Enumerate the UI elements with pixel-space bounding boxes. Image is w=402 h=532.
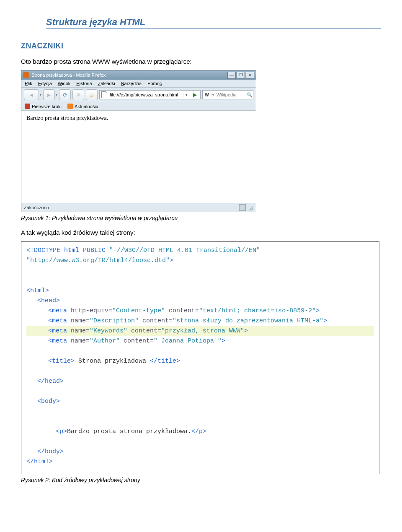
code-token: <body> (37, 398, 60, 405)
figure-1-caption: Rysunek 1: Przykładowa strona wyświetlon… (21, 215, 381, 221)
code-token: "Description" (90, 317, 139, 324)
window-title: Strona przykładowa - Mozilla Firefox (31, 73, 225, 78)
code-token: <head> (37, 297, 60, 304)
code-token: </head> (37, 378, 64, 385)
code-token: content= (139, 317, 173, 324)
browser-window: Strona przykładowa - Mozilla Firefox — ❐… (21, 70, 256, 212)
code-token: " Joanna Potiopa " (154, 337, 222, 345)
search-icon[interactable]: 🔍 (246, 92, 253, 98)
code-token: </title> (150, 358, 180, 365)
menu-zakladki[interactable]: Zakładki (98, 81, 115, 86)
statusbar: Zakończono (21, 203, 256, 212)
code-token: <meta (48, 327, 71, 335)
home-button[interactable]: ⌂ (86, 89, 98, 100)
bookmark-label: Aktualności (75, 104, 98, 109)
code-token: <meta (48, 317, 71, 324)
source-code-figure: <!DOCTYPE html PUBLIC "-//W3C//DTD HTML … (21, 241, 379, 474)
code-token: </body> (37, 448, 64, 455)
bookmarks-toolbar: Pierwsze kroki Aktualności (21, 102, 256, 111)
code-token: > (170, 257, 173, 264)
code-token: > (244, 327, 248, 335)
code-token: </html> (26, 458, 53, 465)
menu-narzedzia[interactable]: Narzędzia (121, 81, 142, 86)
url-input[interactable] (109, 92, 181, 98)
forward-dropdown[interactable]: ▾ (56, 93, 57, 97)
back-button[interactable]: ◄ (24, 89, 39, 100)
code-token: "Keywords" (90, 327, 127, 335)
code-token: name= (71, 317, 90, 324)
menu-plik[interactable]: Plik (25, 81, 32, 86)
code-token: "przykład, strona WWW" (161, 327, 244, 335)
go-button[interactable]: ▶ (191, 92, 198, 98)
search-engine-icon[interactable]: W (203, 93, 211, 97)
code-token: "Author" (90, 337, 120, 345)
code-token: http-equiv= (71, 307, 112, 314)
code-token: > (323, 317, 327, 324)
code-token: "http://www.w3.org/TR/html4/loose.dtd" (26, 257, 170, 264)
code-token: <html> (26, 287, 49, 294)
resize-grip[interactable] (247, 205, 253, 210)
menu-historia[interactable]: Historia (76, 81, 92, 86)
url-bar[interactable]: ▾ ▶ (99, 90, 201, 99)
search-placeholder[interactable]: Wikipedia (215, 92, 246, 97)
menubar: Plik Edycja Widok Historia Zakładki Narz… (21, 80, 256, 88)
code-token: <!DOCTYPE html PUBLIC (26, 247, 109, 254)
code-token: </p> (191, 428, 206, 435)
search-dropdown[interactable]: ▾ (212, 93, 214, 97)
code-token: content= (127, 327, 161, 335)
bookmark-label: Pierwsze kroki (32, 104, 62, 109)
code-token: Bardzo prosta strona przykładowa. (67, 428, 191, 435)
reload-button[interactable]: ⟳ (59, 89, 71, 100)
code-token: "-//W3C//DTD HTML 4.01 Transitional//EN" (109, 247, 260, 254)
code-token: > (316, 307, 320, 314)
search-box[interactable]: W ▾ Wikipedia 🔍 (202, 90, 253, 99)
code-token: <meta (48, 307, 71, 314)
intro-text: Oto bardzo prosta strona WWW wyświetlona… (21, 58, 381, 65)
titlebar: Strona przykładowa - Mozilla Firefox — ❐… (21, 70, 256, 80)
code-token: "strona służy do zaprezentowania HTML-a" (173, 317, 323, 324)
page-title: Struktura języka HTML (46, 17, 381, 29)
menu-pomoc[interactable]: Pomoc (147, 81, 162, 86)
firefox-icon (23, 72, 29, 78)
code-token: <title> (48, 358, 75, 365)
code-token: Strona przykładowa (75, 358, 150, 365)
rss-icon (67, 104, 73, 109)
page-content: Bardzo prosta strona przykładowa. (21, 111, 256, 203)
minimize-button[interactable]: — (227, 72, 236, 79)
close-button[interactable]: ✕ (246, 72, 254, 79)
code-token: <p> (56, 428, 67, 435)
code-token: name= (71, 337, 90, 345)
code-token: content= (120, 337, 154, 345)
section-heading-znaczniki: ZNACZNIKI (21, 42, 381, 50)
code-token: "text/html; charset=iso-8859-2" (199, 307, 316, 314)
code-token: > (222, 337, 225, 345)
status-text: Zakończono (24, 205, 237, 210)
code-token: <meta (48, 337, 71, 345)
bookmark-icon (25, 104, 30, 109)
maximize-button[interactable]: ❐ (237, 72, 245, 79)
mid-text: A tak wygląda kod źródłowy takiej strony… (21, 229, 381, 236)
status-icon (239, 204, 246, 211)
bookmark-aktualnosci[interactable]: Aktualności (67, 104, 98, 109)
forward-button[interactable]: ► (43, 89, 55, 100)
bookmark-pierwsze-kroki[interactable]: Pierwsze kroki (25, 104, 62, 109)
nav-toolbar: ◄ ▾ ► ▾ ⟳ ✕ ⌂ ▾ ▶ W ▾ Wikipedia 🔍 (21, 88, 256, 102)
code-token: name= (71, 327, 90, 335)
page-body-text: Bardzo prosta strona przykładowa. (26, 115, 108, 121)
menu-widok[interactable]: Widok (58, 81, 71, 86)
code-token: "Content-type" (112, 307, 165, 314)
stop-button[interactable]: ✕ (72, 89, 84, 100)
code-token: content= (165, 307, 199, 314)
back-dropdown[interactable]: ▾ (40, 93, 41, 97)
figure-2-caption: Rysunek 2: Kod źródłowy przykładowej str… (21, 477, 381, 483)
menu-edycja[interactable]: Edycja (38, 81, 52, 86)
page-icon (101, 91, 107, 98)
url-dropdown[interactable]: ▾ (183, 93, 189, 97)
